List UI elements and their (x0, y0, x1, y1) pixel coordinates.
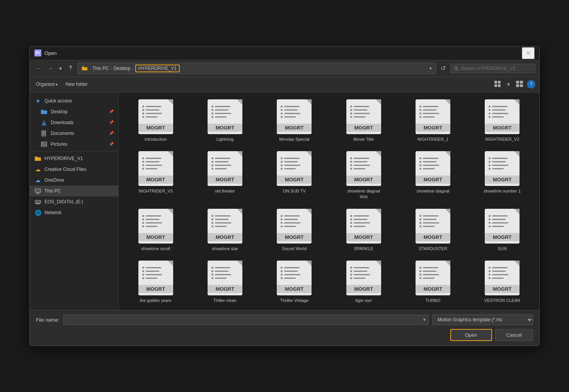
hyperdrive-label: HYPERDRIVE_V1 (44, 156, 83, 161)
file-name-text: Thiller clean (213, 298, 236, 303)
sidebar-item-downloads[interactable]: Downloads 📌 (30, 117, 118, 128)
file-item[interactable]: MOGRTLightning (192, 96, 258, 145)
mogrt-icon: MOGRT (416, 151, 450, 186)
file-item[interactable]: MOGRTON SUB TV (261, 148, 327, 203)
mogrt-icon: MOGRT (485, 209, 520, 244)
breadcrumb-dropdown-button[interactable]: ▾ (429, 66, 432, 71)
file-name-label: File name: (36, 317, 60, 323)
file-item[interactable]: MOGRTTURBO (400, 257, 466, 306)
view-large-icon (494, 80, 501, 87)
svg-rect-7 (520, 81, 523, 84)
file-item[interactable]: MOGRTshowtime diagnal stop (330, 148, 397, 203)
file-item[interactable]: MOGRTVESTRON CLEAN (469, 257, 535, 306)
sidebar-item-onedrive[interactable]: ☁ OneDrive (30, 175, 118, 186)
svg-rect-21 (36, 203, 40, 204)
file-item[interactable]: MOGRTSTARDUSTER (400, 206, 466, 254)
mogrt-icon: MOGRT (277, 99, 312, 134)
file-name-text: showtime diagnal (416, 188, 449, 194)
svg-rect-6 (516, 81, 519, 84)
file-name-dropdown-button[interactable]: ▾ (420, 317, 429, 322)
file-name-text: Introduction (145, 136, 167, 142)
search-bar[interactable] (450, 64, 535, 73)
breadcrumb-thispc[interactable]: This PC (92, 66, 109, 71)
file-item[interactable]: MOGRTMonday Special (261, 96, 327, 145)
file-item[interactable]: MOGRTIntroduction (123, 96, 189, 145)
onedrive-label: OneDrive (44, 177, 64, 183)
organize-button[interactable]: Organize (34, 80, 60, 88)
file-name-text: showtime scroll (141, 246, 170, 251)
file-name-text: NIGHTRIDER_1 (417, 136, 449, 142)
file-name-text: showtime number 1 (484, 188, 521, 194)
view-list-icon (516, 81, 523, 87)
sidebar-item-eos-digital[interactable]: EOS_DIGITAL (E:) (30, 196, 118, 207)
file-name-text: Monday Special (279, 136, 309, 142)
file-item[interactable]: MOGRTThriller Vintage (261, 257, 327, 306)
pictures-label: Pictures (51, 141, 67, 147)
this-pc-label: This PC (44, 188, 61, 194)
sidebar-item-hyperdrive[interactable]: HYPERDRIVE_V1 (30, 153, 118, 164)
cancel-button[interactable]: Cancel (495, 329, 533, 341)
pictures-icon (41, 141, 48, 148)
file-item[interactable]: MOGRTshowtime diagnal (400, 148, 466, 203)
file-item[interactable]: MOGRTNIGHTRIDER_1 (400, 96, 466, 145)
nav-toolbar: ← → ▾ › This PC › Desktop › HYPERDRIVE_V… (30, 60, 539, 77)
svg-rect-10 (42, 124, 46, 125)
action-bar-right: ▾ ? (492, 79, 535, 90)
sidebar-divider1 (30, 151, 118, 152)
action-bar: Organize New folder ▾ ? (30, 77, 539, 92)
up-button[interactable] (66, 63, 76, 73)
mogrt-icon: MOGRT (208, 99, 242, 134)
file-name-text: Lightning (216, 136, 234, 142)
breadcrumb-desktop[interactable]: Desktop (114, 66, 131, 71)
eos-digital-label: EOS_DIGITAL (E:) (44, 199, 83, 205)
breadcrumb-current[interactable]: HYPERDRIVE_V1 (135, 65, 180, 72)
mogrt-icon: MOGRT (346, 209, 381, 244)
sidebar-item-documents[interactable]: Documents 📌 (30, 128, 118, 139)
sidebar-quick-access-header[interactable]: ★ Quick access (30, 95, 118, 106)
sidebar-item-network[interactable]: 🌐 Network (30, 207, 118, 218)
file-item[interactable]: MOGRTold theater (192, 148, 258, 203)
mogrt-icon: MOGRT (138, 151, 173, 186)
file-item[interactable]: MOGRTthe golden years (123, 257, 189, 306)
file-item[interactable]: MOGRTshowtime number 1 (469, 148, 535, 203)
view-large-button[interactable] (492, 79, 503, 90)
mogrt-icon: MOGRT (346, 151, 381, 186)
sidebar-item-pictures[interactable]: Pictures 📌 (30, 139, 118, 150)
sidebar-item-desktop[interactable]: Desktop 📌 (30, 106, 118, 117)
file-item[interactable]: MOGRTshowtime scroll (123, 206, 189, 254)
quick-access-section: ★ Quick access Desktop 📌 Downloads 📌 (30, 95, 118, 150)
back-button[interactable]: ← (34, 64, 44, 73)
new-folder-button[interactable]: New folder (63, 80, 90, 88)
view-list-button[interactable] (514, 80, 525, 89)
sidebar-item-this-pc[interactable]: This PC (30, 186, 118, 196)
open-button[interactable]: Open (450, 329, 492, 341)
forward-button[interactable]: → (45, 64, 55, 73)
sidebar-item-creative-cloud[interactable]: ☁ Creative Cloud Files (30, 164, 118, 175)
file-item[interactable]: MOGRTNIGHTRIDER_V3 (123, 148, 189, 203)
file-item[interactable]: MOGRTshowtime star (192, 206, 258, 254)
file-item[interactable]: MOGRTSUN (469, 206, 535, 254)
breadcrumb-bar[interactable]: › This PC › Desktop › HYPERDRIVE_V1 ▾ (77, 63, 436, 74)
file-name-text: SUN (498, 246, 507, 251)
desktop-label: Desktop (51, 109, 68, 114)
file-item[interactable]: MOGRTSPARKLE (330, 206, 397, 254)
file-item[interactable]: MOGRTNIGHTRIDER_V2 (469, 96, 535, 145)
file-type-select[interactable]: Motion Graphics template (*.mc (433, 314, 533, 325)
refresh-button[interactable]: ↺ (438, 63, 449, 73)
pin-icon-downloads: 📌 (109, 120, 114, 124)
help-button[interactable]: ? (527, 80, 535, 89)
dropdown-nav-button[interactable]: ▾ (57, 64, 64, 73)
view-dropdown-button[interactable]: ▾ (505, 80, 512, 89)
svg-rect-3 (498, 81, 501, 84)
file-name-input[interactable] (63, 315, 429, 325)
pin-icon: 📌 (109, 109, 114, 114)
file-item[interactable]: MOGRTThiller clean (192, 257, 258, 306)
search-input[interactable] (461, 66, 532, 71)
dialog-title: Open (44, 50, 522, 56)
network-icon: 🌐 (34, 209, 41, 216)
file-item[interactable]: MOGRTtiger eye (330, 257, 397, 306)
close-button[interactable]: ✕ (522, 47, 535, 59)
file-item[interactable]: MOGRTMovie Title (330, 96, 397, 145)
file-item[interactable]: MOGRTSound World (261, 206, 327, 254)
svg-line-1 (457, 69, 458, 71)
